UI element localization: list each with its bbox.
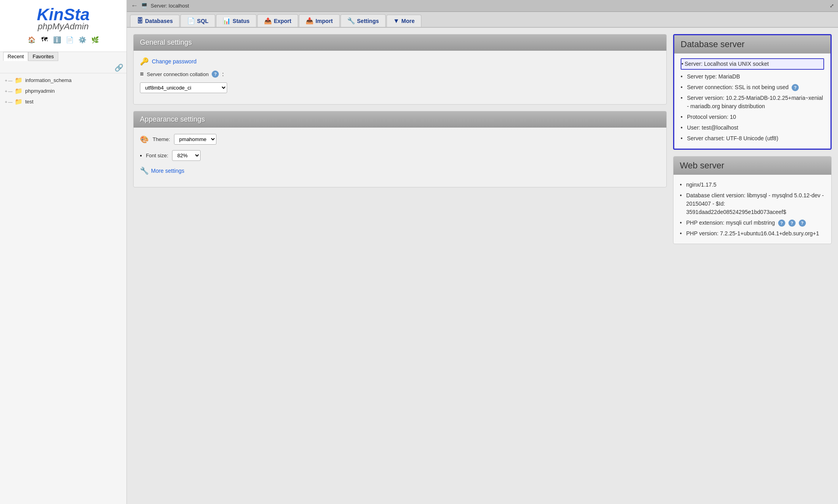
theme-select[interactable]: pmahomme original metro: [174, 134, 216, 145]
tab-recent[interactable]: Recent: [3, 52, 28, 61]
appearance-settings-body: 🎨 Theme: pmahomme original metro • Font …: [134, 128, 666, 187]
appearance-settings-panel: Appearance settings 🎨 Theme: pmahomme or…: [133, 111, 667, 187]
title-bar-text: Server: localhost: [151, 3, 189, 9]
tab-settings[interactable]: 🔧 Settings: [341, 14, 386, 27]
phpmyadmin-logo: phpMyAdmin: [8, 21, 119, 32]
db-folder-icon: 📁: [15, 87, 23, 95]
title-bar: ← 🖥️ Server: localhost ⤢: [127, 0, 838, 12]
sidebar: KinSta phpMyAdmin 🏠 🗺 ℹ️ 📄 ⚙️ 🌿 Recent F…: [0, 0, 127, 504]
tab-import[interactable]: 📥 Import: [299, 14, 340, 27]
leaf-icon[interactable]: 🌿: [90, 35, 100, 44]
more-tab-icon: ▼: [393, 17, 400, 25]
general-settings-title: General settings: [140, 38, 192, 46]
tab-import-label: Import: [316, 18, 333, 24]
password-key-icon: 🔑: [140, 57, 149, 66]
tab-databases[interactable]: 🗄 Databases: [130, 15, 180, 27]
web-server-item-0: nginx/1.17.5: [680, 179, 825, 190]
tab-export-label: Export: [274, 18, 291, 24]
more-settings-key-icon: 🔧: [140, 166, 149, 175]
collation-help-icon[interactable]: ?: [212, 71, 219, 78]
general-settings-header: General settings: [134, 34, 666, 51]
tab-favorites[interactable]: Favorites: [28, 52, 58, 61]
settings-tab-icon: 🔧: [347, 17, 355, 25]
db-name-information-schema: information_schema: [25, 77, 71, 83]
db-item-information-schema[interactable]: +— 📁 information_schema: [0, 75, 126, 86]
tab-databases-label: Databases: [145, 18, 173, 24]
db-name-test: test: [25, 99, 33, 105]
server-info-item-4: Protocol version: 10: [681, 112, 824, 122]
tab-sql-label: SQL: [197, 18, 209, 24]
ssl-help-icon[interactable]: ?: [792, 84, 799, 91]
left-column: General settings 🔑 Change password ≡ Ser…: [133, 34, 667, 498]
back-button[interactable]: ←: [131, 2, 138, 10]
map-icon[interactable]: 🗺: [40, 35, 49, 44]
kinsta-logo: KinSta: [8, 6, 119, 23]
database-server-title: Database server: [681, 39, 744, 49]
status-tab-icon: 📊: [223, 17, 231, 25]
server-info-item-1: Server type: MariaDB: [681, 71, 824, 82]
general-settings-panel: General settings 🔑 Change password ≡ Ser…: [133, 34, 667, 105]
right-column: Database server Server: Localhost via UN…: [673, 34, 832, 498]
server-icon: 🖥️: [141, 3, 147, 9]
more-settings-link[interactable]: 🔧 More settings: [140, 166, 184, 175]
content-area: General settings 🔑 Change password ≡ Ser…: [127, 28, 838, 504]
appearance-settings-header: Appearance settings: [134, 111, 666, 128]
tab-settings-label: Settings: [357, 18, 379, 24]
chain-icon[interactable]: 🔗: [115, 63, 123, 72]
title-bar-left: ← 🖥️ Server: localhost: [131, 2, 189, 10]
web-server-header: Web server: [673, 157, 831, 175]
maximize-icon[interactable]: ⤢: [830, 3, 834, 9]
web-server-panel: Web server nginx/1.17.5 Database client …: [673, 156, 832, 244]
theme-icon: 🎨: [140, 135, 149, 144]
more-settings-row: 🔧 More settings: [140, 166, 660, 175]
appearance-settings-title: Appearance settings: [140, 115, 205, 123]
web-server-item-3: PHP version: 7.2.25-1+ubuntu16.04.1+deb.…: [680, 228, 825, 239]
info-icon[interactable]: ℹ️: [52, 35, 62, 44]
gear-icon[interactable]: ⚙️: [78, 35, 87, 44]
more-settings-label: More settings: [151, 168, 184, 174]
theme-row: 🎨 Theme: pmahomme original metro: [140, 134, 660, 145]
db-expander[interactable]: +—: [5, 89, 12, 94]
main-content: ← 🖥️ Server: localhost ⤢ 🗄 Databases 📄 S…: [127, 0, 838, 504]
server-info-item-2: Server connection: SSL is not being used…: [681, 82, 824, 93]
change-password-link[interactable]: Change password: [152, 58, 197, 65]
collation-select[interactable]: utf8mb4_unicode_ci utf8_general_ci latin…: [140, 82, 227, 93]
sidebar-tabs: Recent Favorites: [0, 52, 126, 63]
curl-help-icon[interactable]: ?: [788, 220, 796, 227]
sidebar-logo-area: KinSta phpMyAdmin 🏠 🗺 ℹ️ 📄 ⚙️ 🌿: [0, 0, 126, 52]
server-info-item-3: Server version: 10.2.25-MariaDB-10.2.25+…: [681, 93, 824, 112]
doc-icon[interactable]: 📄: [65, 35, 75, 44]
db-folder-icon: 📁: [15, 76, 23, 84]
web-server-list: nginx/1.17.5 Database client version: li…: [673, 175, 831, 244]
databases-tab-icon: 🗄: [137, 17, 143, 25]
database-server-panel: Database server Server: Localhost via UN…: [673, 34, 832, 150]
import-tab-icon: 📥: [306, 17, 314, 25]
home-icon[interactable]: 🏠: [27, 35, 36, 44]
font-size-select[interactable]: 82% 90% 100% 110%: [172, 150, 201, 161]
theme-label: Theme:: [153, 136, 170, 142]
collation-colon: :: [222, 71, 224, 77]
mysqli-help-icon[interactable]: ?: [778, 220, 785, 227]
mbstring-help-icon[interactable]: ?: [799, 220, 806, 227]
db-expander[interactable]: +—: [5, 99, 12, 104]
collation-select-row: utf8mb4_unicode_ci utf8_general_ci latin…: [140, 82, 660, 93]
db-item-test[interactable]: +— 📁 test: [0, 96, 126, 107]
change-password-row: 🔑 Change password: [140, 57, 660, 66]
sidebar-icon-row: 🏠 🗺 ℹ️ 📄 ⚙️ 🌿: [8, 32, 119, 48]
export-tab-icon: 📤: [264, 17, 272, 25]
nav-tabs: 🗄 Databases 📄 SQL 📊 Status 📤 Export 📥 Im…: [127, 12, 838, 28]
db-item-phpmyadmin[interactable]: +— 📁 phpmyadmin: [0, 86, 126, 96]
tab-more-label: More: [402, 18, 415, 24]
general-settings-body: 🔑 Change password ≡ Server connection co…: [134, 51, 666, 104]
database-list: +— 📁 information_schema +— 📁 phpmyadmin …: [0, 73, 126, 504]
font-size-label: Font size:: [146, 153, 168, 158]
tab-status[interactable]: 📊 Status: [216, 14, 256, 27]
tab-sql[interactable]: 📄 SQL: [180, 14, 215, 27]
db-expander[interactable]: +—: [5, 78, 12, 83]
tab-status-label: Status: [233, 18, 250, 24]
sidebar-link-bar: 🔗: [0, 63, 126, 73]
web-server-item-2: PHP extension: mysqli curl mbstring ? ? …: [680, 218, 825, 228]
collation-row: ≡ Server connection collation ? :: [140, 71, 660, 78]
tab-export[interactable]: 📤 Export: [257, 14, 298, 27]
tab-more[interactable]: ▼ More: [386, 15, 421, 27]
